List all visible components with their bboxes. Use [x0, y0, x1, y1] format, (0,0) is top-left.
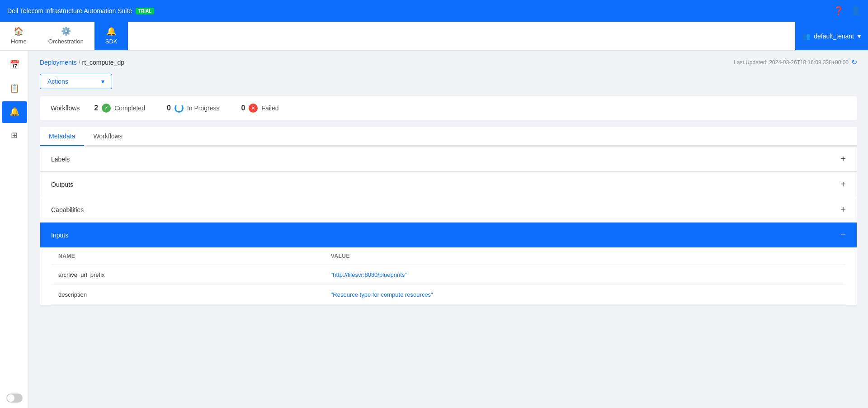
- tenant-chevron-icon: ▾: [858, 33, 861, 40]
- completed-icon: ✓: [102, 104, 111, 113]
- workflow-completed-stat: 2 ✓ Completed: [94, 104, 145, 113]
- breadcrumb: Deployments / rt_compute_dp Last Updated…: [40, 58, 857, 66]
- refresh-icon[interactable]: ↻: [851, 58, 857, 66]
- col-name-header: NAME: [51, 247, 324, 265]
- main-content: Deployments / rt_compute_dp Last Updated…: [29, 51, 868, 408]
- inputs-section-header[interactable]: Inputs −: [40, 223, 857, 247]
- failed-icon: ✕: [249, 104, 258, 113]
- sidebar-item-grid[interactable]: ⊞: [2, 125, 27, 147]
- input-name-cell: archive_url_prefix: [51, 265, 324, 285]
- app-title: Dell Telecom Infrastructure Automation S…: [7, 7, 132, 14]
- actions-label: Actions: [47, 78, 68, 85]
- outputs-section-toggle[interactable]: +: [840, 179, 846, 190]
- tab-workflows[interactable]: Workflows: [84, 127, 131, 146]
- sidebar: 📅 📋 🔔 ⊞: [0, 51, 29, 408]
- nav-tab-sdk-label: SDK: [105, 38, 118, 45]
- calendar-icon: 📅: [9, 60, 19, 70]
- nav-tab-sdk[interactable]: 🔔 SDK: [94, 22, 128, 50]
- in-progress-icon: [175, 104, 184, 113]
- workflows-title: Workflows: [51, 104, 80, 112]
- sidebar-item-calendar[interactable]: 📅: [2, 54, 27, 76]
- nav-bar: 🏠 Home ⚙️ Orchestration 🔔 SDK 👥 default_…: [0, 22, 868, 51]
- tab-metadata[interactable]: Metadata: [40, 127, 84, 146]
- help-icon[interactable]: ❓: [834, 6, 844, 16]
- failed-count: 0: [241, 104, 245, 112]
- top-bar-left: Dell Telecom Infrastructure Automation S…: [7, 7, 154, 14]
- capabilities-section-toggle[interactable]: +: [840, 204, 846, 215]
- orchestration-icon: ⚙️: [61, 26, 71, 36]
- completed-count: 2: [94, 104, 98, 112]
- sidebar-toggle[interactable]: [6, 394, 23, 403]
- completed-label: Completed: [114, 104, 145, 112]
- breadcrumb-deployments-link[interactable]: Deployments: [40, 59, 77, 66]
- sections-container: Labels + Outputs + Capabilities + Inputs…: [40, 146, 857, 305]
- outputs-section-header[interactable]: Outputs +: [40, 172, 857, 197]
- tenant-icon: 👥: [802, 33, 810, 40]
- bell-icon: 🔔: [9, 107, 19, 117]
- breadcrumb-current: rt_compute_dp: [82, 59, 124, 66]
- labels-section-toggle[interactable]: +: [840, 154, 846, 164]
- nav-tab-home-label: Home: [11, 38, 27, 45]
- in-progress-label: In Progress: [187, 104, 220, 112]
- top-bar-right: ❓ 👤: [834, 6, 861, 16]
- capabilities-section-header[interactable]: Capabilities +: [40, 197, 857, 223]
- workflow-failed-stat: 0 ✕ Failed: [241, 104, 278, 113]
- failed-label: Failed: [261, 104, 278, 112]
- actions-button[interactable]: Actions ▾: [40, 74, 112, 89]
- trial-badge: TRIAL: [136, 8, 154, 14]
- tenant-label: default_tenant: [814, 33, 854, 40]
- input-value-cell: "Resource type for compute resources": [324, 285, 846, 305]
- sdk-icon: 🔔: [106, 26, 116, 36]
- outputs-section-title: Outputs: [51, 181, 73, 188]
- labels-section-header[interactable]: Labels +: [40, 147, 857, 172]
- tabs-bar: Metadata Workflows: [40, 127, 857, 146]
- top-bar: Dell Telecom Infrastructure Automation S…: [0, 0, 868, 22]
- last-updated-label: Last Updated: 2024-03-26T18:16:09.338+00…: [734, 59, 849, 66]
- workflow-in-progress-stat: 0 In Progress: [167, 104, 220, 113]
- in-progress-count: 0: [167, 104, 171, 112]
- main-layout: 📅 📋 🔔 ⊞ Deployments / rt_compute_dp L: [0, 51, 868, 408]
- inputs-table: NAME VALUE archive_url_prefix"http://fil…: [51, 247, 846, 305]
- breadcrumb-left: Deployments / rt_compute_dp: [40, 59, 124, 66]
- inputs-section-title: Inputs: [51, 232, 68, 239]
- grid-icon: ⊞: [11, 130, 18, 140]
- inputs-table-container: NAME VALUE archive_url_prefix"http://fil…: [40, 247, 857, 305]
- inputs-section-toggle[interactable]: −: [840, 230, 846, 240]
- sidebar-item-sdk[interactable]: 🔔: [2, 101, 27, 123]
- sidebar-item-list[interactable]: 📋: [2, 78, 27, 100]
- table-row: description"Resource type for compute re…: [51, 285, 846, 305]
- col-value-header: VALUE: [324, 247, 846, 265]
- list-icon: 📋: [9, 83, 19, 93]
- table-row: archive_url_prefix"http://filesvr:8080/b…: [51, 265, 846, 285]
- sidebar-bottom: [6, 394, 23, 408]
- breadcrumb-separator: /: [79, 59, 80, 66]
- labels-section-title: Labels: [51, 156, 70, 163]
- nav-tab-orchestration[interactable]: ⚙️ Orchestration: [38, 22, 94, 50]
- tenant-selector[interactable]: 👥 default_tenant ▾: [795, 22, 868, 50]
- nav-tab-home[interactable]: 🏠 Home: [0, 22, 38, 50]
- home-icon: 🏠: [14, 26, 24, 36]
- nav-tabs: 🏠 Home ⚙️ Orchestration 🔔 SDK: [0, 22, 128, 50]
- input-value-cell: "http://filesvr:8080/blueprints": [324, 265, 846, 285]
- capabilities-section-title: Capabilities: [51, 206, 84, 213]
- input-name-cell: description: [51, 285, 324, 305]
- user-icon[interactable]: 👤: [851, 6, 861, 16]
- workflows-card: Workflows 2 ✓ Completed 0 In Progress 0 …: [40, 96, 857, 120]
- nav-tab-orchestration-label: Orchestration: [48, 38, 84, 45]
- actions-chevron-icon: ▾: [101, 78, 104, 85]
- toggle-knob: [7, 394, 14, 402]
- last-updated: Last Updated: 2024-03-26T18:16:09.338+00…: [734, 58, 857, 66]
